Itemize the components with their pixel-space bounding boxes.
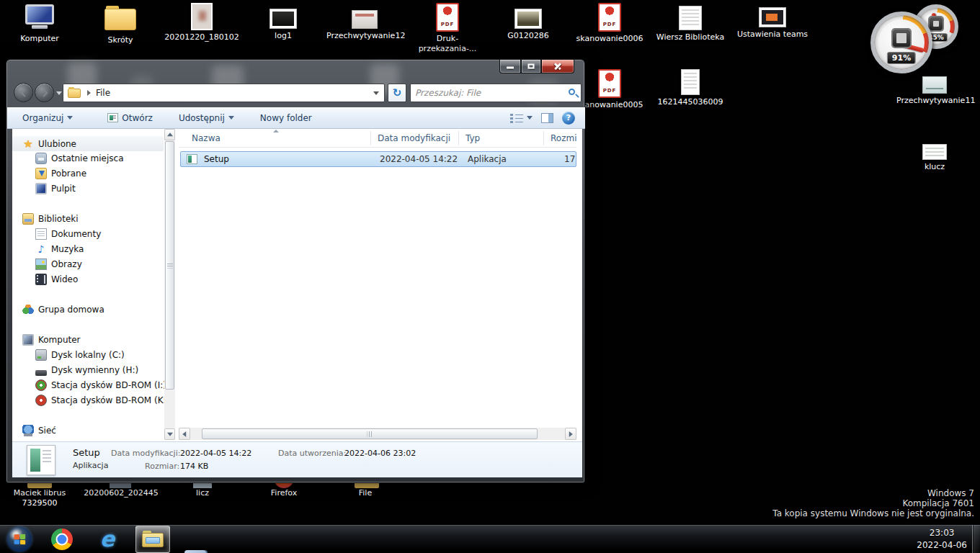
caption-buttons — [499, 60, 574, 73]
desktop-icon — [35, 183, 47, 194]
desktop-icon-log1[interactable]: log1 — [245, 9, 321, 41]
address-dropdown-icon[interactable] — [373, 91, 379, 95]
refresh-button[interactable]: ↻ — [388, 84, 406, 102]
desktop-icon-przechwytywanie12[interactable]: Przechwytywanie12 — [326, 10, 403, 41]
desktop-icon-druk-pdf[interactable]: PDF Druk-przekazania-... — [409, 3, 486, 54]
desktop-icon-maciek-librus[interactable]: Maciek librus 7329500 — [1, 488, 78, 508]
sidebar-item-dysk-h[interactable]: Dysk wymienny (H:) — [35, 362, 138, 377]
desktop-icon-skroty[interactable]: Skróty — [82, 6, 159, 45]
clock-time: 23:03 — [917, 527, 967, 539]
change-view-button[interactable] — [510, 113, 533, 123]
folder-icon — [68, 89, 81, 98]
document-icon — [681, 69, 700, 95]
sidebar-item-dokumenty[interactable]: Dokumenty — [35, 226, 101, 241]
sidebar-scrollbar[interactable] — [164, 129, 175, 440]
sidebar-item-bdrom-i[interactable]: Stacja dysków BD-ROM (I:) WA — [35, 377, 172, 392]
desktop-icon-licz[interactable]: licz — [164, 488, 241, 498]
pdf-icon: PDF — [598, 69, 621, 98]
video-icon — [35, 274, 47, 285]
scrollbar-thumb[interactable] — [165, 141, 174, 390]
taskbar-clock[interactable]: 23:03 2022-04-06 — [917, 527, 967, 552]
desktop-icon-20200602[interactable]: 20200602_202445 — [83, 488, 159, 498]
windows-version-text: Windows 7 — [772, 488, 974, 498]
desktop-icon-photo1[interactable]: 20201220_180102 — [164, 3, 240, 42]
downloads-icon — [35, 168, 47, 179]
taskbar-chrome-button[interactable] — [51, 529, 73, 550]
column-data-modyfikacji[interactable]: Data modyfikacji — [378, 133, 450, 143]
sidebar-item-pulpit[interactable]: Pulpit — [35, 181, 76, 196]
created-label: Data utworzenia: — [278, 449, 346, 458]
sidebar-item-ostatnie-miejsca[interactable]: Ostatnie miejsca — [35, 150, 124, 166]
sidebar-item-ulubione[interactable]: ★ Ulubione — [12, 136, 164, 151]
desktop-icon-ustawienia-teams[interactable]: Ustawienia teams — [734, 7, 811, 40]
photo-icon — [922, 76, 947, 94]
genuine-warning-text: Ta kopia systemu Windows nie jest orygin… — [772, 508, 974, 518]
sidebar-item-muzyka[interactable]: ♪ Muzyka — [35, 241, 84, 256]
breadcrumb[interactable]: File — [96, 88, 110, 98]
forward-icon — [40, 89, 48, 96]
sidebar-item-biblioteki[interactable]: Biblioteki — [22, 211, 79, 226]
search-box[interactable] — [410, 84, 582, 102]
maximize-button[interactable] — [521, 60, 541, 73]
sidebar-item-komputer[interactable]: Komputer — [22, 332, 81, 347]
views-icon — [510, 113, 523, 123]
desktop-icon-klucz[interactable]: klucz — [896, 144, 973, 172]
desktop-icon-wiersz-biblioteka[interactable]: Wiersz Biblioteka — [652, 6, 729, 42]
homegroup-icon — [22, 304, 34, 315]
size-label: Rozmiar: — [145, 462, 179, 471]
scroll-right-button[interactable] — [565, 428, 576, 440]
desktop-icon-komputer[interactable]: Komputer — [1, 4, 78, 44]
file-name: Setup — [204, 154, 229, 164]
desktop-icon-przechwytywanie11[interactable]: Przechwytywanie11 — [896, 76, 973, 106]
help-button[interactable]: ? — [562, 112, 575, 125]
minimize-button[interactable] — [499, 60, 521, 73]
pdf-icon: PDF — [598, 3, 621, 32]
scrollbar-thumb[interactable] — [202, 428, 538, 439]
desktop-icon-file[interactable]: File — [327, 488, 404, 498]
sidebar-item-dysk-c[interactable]: Dysk lokalny (C:) — [35, 347, 125, 362]
start-button[interactable] — [7, 527, 32, 552]
file-row-setup[interactable]: Setup 2022-04-05 14:22 Aplikacja 17 — [180, 151, 576, 167]
column-rozmiar[interactable]: Rozmiar — [551, 133, 576, 143]
address-bar[interactable]: File — [63, 84, 385, 102]
taskbar-media-player-button[interactable] — [184, 550, 206, 553]
sidebar-item-obrazy[interactable]: Obrazy — [35, 256, 82, 271]
desktop-icon-skanowanie0006[interactable]: PDF skanowanie0006 — [571, 3, 648, 44]
show-desktop-button[interactable] — [972, 525, 980, 553]
scroll-left-button[interactable] — [179, 428, 190, 440]
desktop-icon-1621445036009[interactable]: 1621445036009 — [652, 69, 729, 107]
sidebar-item-grupa-domowa[interactable]: Grupa domowa — [22, 302, 104, 317]
scroll-down-button[interactable] — [164, 428, 175, 440]
chip-icon — [930, 17, 943, 30]
sidebar-item-pobrane[interactable]: Pobrane — [35, 166, 86, 181]
cpu-percent: 91% — [887, 52, 916, 64]
recent-pages-dropdown[interactable] — [56, 91, 62, 95]
cpu-gauge[interactable]: 91% — [870, 12, 932, 73]
open-button[interactable]: Otwórz — [101, 109, 159, 127]
sidebar-item-siec[interactable]: Sieć — [22, 423, 56, 438]
back-button[interactable] — [14, 83, 33, 102]
close-button[interactable] — [541, 60, 574, 73]
taskbar-explorer-button[interactable] — [135, 526, 170, 553]
sidebar-item-bdrom-k[interactable]: Stacja dysków BD-ROM (K:) Cli — [35, 392, 172, 408]
preview-pane-button[interactable] — [541, 113, 553, 123]
search-input[interactable] — [415, 85, 559, 101]
share-button[interactable]: Udostępnij — [172, 109, 241, 127]
column-nazwa[interactable]: Nazwa — [192, 133, 220, 143]
column-typ[interactable]: Typ — [466, 133, 480, 143]
sidebar-item-wideo[interactable]: Wideo — [35, 271, 78, 287]
document-icon — [679, 6, 702, 30]
column-headers: Nazwa Data modyfikacji Typ Rozmiar — [179, 129, 576, 148]
application-icon — [107, 113, 118, 122]
forward-button[interactable] — [35, 83, 54, 102]
desktop-icon-firefox[interactable]: Firefox — [246, 488, 322, 498]
libraries-icon — [22, 213, 34, 225]
taskbar-ie-button[interactable]: e — [97, 529, 118, 550]
organize-button[interactable]: Organizuj — [16, 109, 79, 127]
new-folder-button[interactable]: Nowy folder — [254, 109, 318, 127]
horizontal-scrollbar[interactable] — [179, 428, 576, 440]
back-icon — [20, 89, 28, 96]
desktop-icon-g0120286[interactable]: G0120286 — [490, 9, 566, 41]
hard-drive-icon — [35, 349, 47, 361]
scroll-up-button[interactable] — [164, 129, 175, 140]
